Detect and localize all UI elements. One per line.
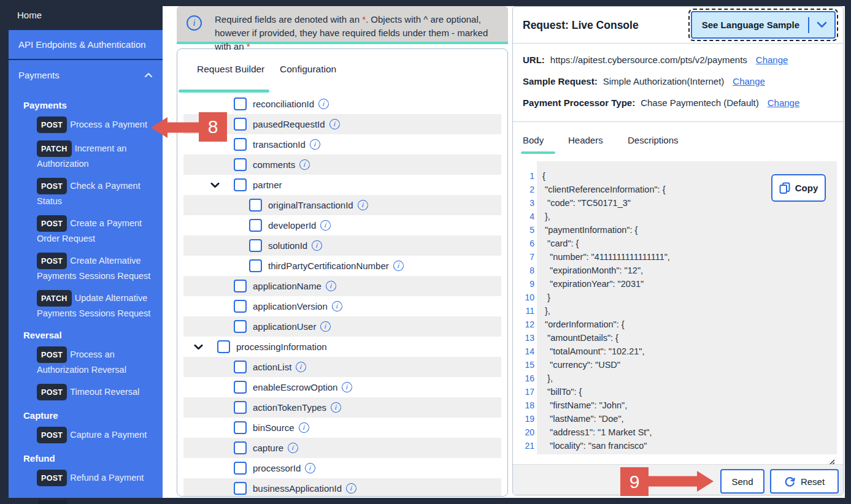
- method-badge: POST: [37, 215, 67, 232]
- line-number: 17: [520, 385, 534, 399]
- field-row: thirdPartyCertificationNumberi: [183, 256, 501, 276]
- chevron-down-icon[interactable]: [210, 182, 224, 188]
- field-checkbox[interactable]: [234, 361, 247, 373]
- field-checkbox[interactable]: [234, 118, 247, 131]
- info-icon[interactable]: i: [299, 159, 310, 170]
- field-checkbox[interactable]: [234, 401, 247, 414]
- field-label: applicationName: [253, 281, 322, 291]
- request-body-editor[interactable]: 123456789101112131415161718192021 { "cli…: [520, 161, 837, 454]
- sidebar-endpoint-item[interactable]: POSTCreate a Payment Order Request: [37, 215, 158, 245]
- field-checkbox[interactable]: [234, 300, 247, 313]
- info-icon[interactable]: i: [331, 300, 343, 312]
- sidebar-endpoint-item[interactable]: POSTProcess a Payment: [37, 116, 158, 133]
- field-row: actionTokenTypesi: [183, 397, 501, 418]
- info-icon[interactable]: i: [330, 402, 342, 413]
- info-icon[interactable]: i: [309, 139, 321, 150]
- field-checkbox[interactable]: [234, 138, 247, 151]
- info-icon[interactable]: i: [325, 280, 337, 292]
- method-badge: POST: [37, 384, 67, 400]
- sidebar-group-payments[interactable]: Payments: [9, 60, 163, 90]
- active-tab-indicator: [179, 90, 269, 93]
- processor-type-row: Payment Processor Type: Chase Paymentech…: [523, 97, 833, 108]
- code-line: "currency": "USD": [542, 358, 837, 372]
- sidebar-endpoint-item[interactable]: POSTCapture a Payment: [37, 427, 158, 443]
- info-icon[interactable]: i: [345, 483, 357, 494]
- sidebar-section-title: Refund: [23, 453, 163, 464]
- method-badge: POST: [37, 470, 67, 486]
- change-sample-link[interactable]: Change: [733, 76, 765, 86]
- change-url-link[interactable]: Change: [756, 55, 788, 65]
- code-line: }: [542, 291, 837, 304]
- chevron-down-icon[interactable]: [817, 21, 827, 28]
- live-console-panel: Request: Live Console See Language Sampl…: [512, 6, 844, 495]
- field-checkbox[interactable]: [234, 482, 247, 495]
- field-checkbox[interactable]: [249, 219, 262, 232]
- required-fields-banner: i Required fields are denoted with an *.…: [177, 6, 508, 44]
- sidebar-item-api-endpoints[interactable]: API Endpoints & Authentication: [9, 30, 163, 60]
- sidebar-endpoint-item[interactable]: POSTRefund a Payment: [37, 470, 158, 486]
- info-icon[interactable]: i: [318, 98, 329, 110]
- json-code[interactable]: { "clientReferenceInformation": { "code"…: [537, 161, 837, 454]
- info-icon[interactable]: i: [298, 422, 309, 433]
- chevron-up-icon[interactable]: [144, 72, 153, 78]
- field-checkbox[interactable]: [234, 280, 247, 292]
- reset-icon: [784, 476, 796, 487]
- field-row: originalTransactionIdi: [183, 195, 501, 215]
- field-checkbox[interactable]: [249, 239, 262, 252]
- info-icon[interactable]: i: [287, 442, 299, 454]
- copy-button[interactable]: Copy: [771, 174, 826, 202]
- info-icon[interactable]: i: [341, 381, 353, 393]
- line-number: 3: [520, 196, 534, 210]
- send-label: Send: [731, 476, 753, 487]
- chevron-down-icon[interactable]: [194, 344, 207, 350]
- sidebar-endpoint-item[interactable]: PATCHIncrement an Authorization: [37, 140, 158, 170]
- field-checkbox[interactable]: [234, 441, 247, 454]
- info-icon[interactable]: i: [311, 240, 323, 251]
- code-line: "billTo": {: [542, 385, 837, 399]
- field-list: reconciliationIdipausedRequestIditransac…: [183, 94, 501, 497]
- line-number: 12: [520, 318, 534, 331]
- info-icon[interactable]: i: [328, 118, 340, 130]
- field-checkbox[interactable]: [234, 158, 247, 171]
- tab-request-builder[interactable]: Request Builder: [197, 49, 264, 90]
- sidebar-section-title: Reversal: [23, 330, 163, 340]
- console-header: Request: Live Console See Language Sampl…: [513, 7, 843, 44]
- field-checkbox[interactable]: [234, 178, 247, 191]
- active-tab-indicator: [521, 151, 555, 154]
- field-checkbox[interactable]: [234, 97, 247, 110]
- sidebar-endpoint-item[interactable]: PATCHUpdate Alternative Payments Session…: [37, 290, 158, 320]
- tab-configuration[interactable]: Configuration: [280, 49, 336, 90]
- send-button[interactable]: Send: [720, 469, 764, 494]
- line-number: 18: [520, 399, 534, 412]
- info-icon[interactable]: i: [304, 462, 316, 474]
- field-checkbox[interactable]: [249, 199, 262, 212]
- line-number: 10: [520, 291, 534, 304]
- console-title: Request: Live Console: [523, 18, 639, 31]
- url-row: URL: https://apitest.cybersource.com/pts…: [523, 55, 833, 65]
- tab-headers[interactable]: Headers: [568, 122, 603, 158]
- banner-text: Required fields are denoted with an *. O…: [215, 13, 500, 53]
- sidebar-endpoint-item[interactable]: POSTCreate Alternative Payments Sessions…: [37, 253, 158, 283]
- field-checkbox[interactable]: [217, 340, 230, 353]
- field-checkbox[interactable]: [234, 320, 247, 333]
- see-language-sample-button[interactable]: See Language Sample: [691, 11, 836, 39]
- code-line: },: [542, 304, 837, 318]
- field-checkbox[interactable]: [249, 259, 262, 272]
- field-row: binSourcei: [183, 418, 501, 438]
- info-icon[interactable]: i: [393, 260, 404, 272]
- info-icon[interactable]: i: [357, 199, 369, 211]
- sidebar-endpoint-item[interactable]: POSTCheck a Payment Status: [37, 178, 158, 208]
- change-processor-link[interactable]: Change: [768, 97, 800, 108]
- tab-descriptions[interactable]: Descriptions: [628, 122, 679, 158]
- field-checkbox[interactable]: [234, 421, 247, 434]
- info-icon[interactable]: i: [320, 220, 331, 231]
- sidebar-endpoint-item[interactable]: POSTProcess an Authorization Reversal: [37, 346, 158, 376]
- field-checkbox[interactable]: [234, 381, 247, 394]
- info-icon[interactable]: i: [295, 361, 307, 373]
- info-icon[interactable]: i: [320, 321, 331, 332]
- field-checkbox[interactable]: [234, 462, 247, 475]
- sidebar-endpoint-item[interactable]: POSTTimeout Reversal: [37, 384, 158, 400]
- field-row: actionListi: [183, 357, 501, 377]
- reset-button[interactable]: Reset: [770, 469, 839, 494]
- sidebar-item-home[interactable]: Home: [0, 0, 163, 30]
